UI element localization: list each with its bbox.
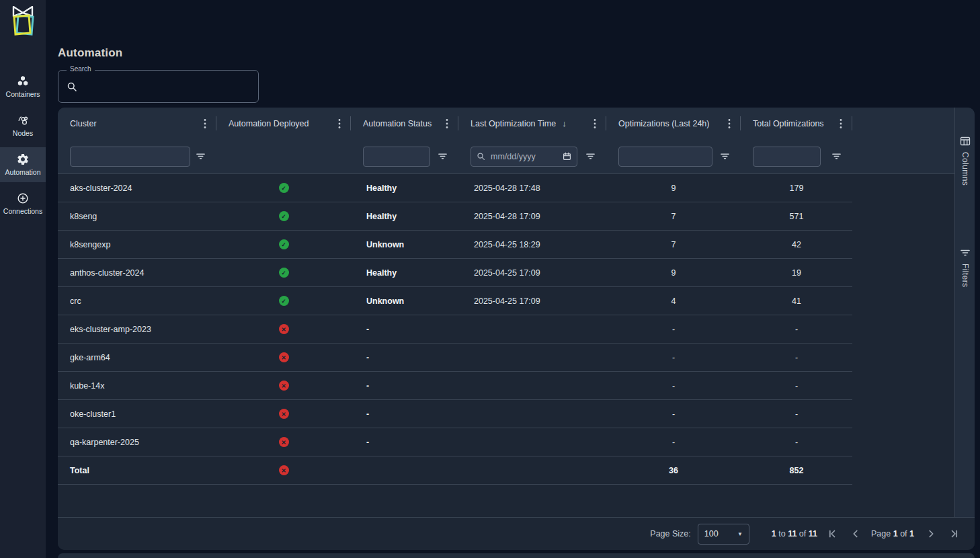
- table-card: Cluster Automation Deployed Automation S…: [58, 108, 975, 550]
- table-row[interactable]: kube-14x ✕ - - -: [58, 372, 852, 400]
- table-row[interactable]: aks-cluster-2024 ✓ Healthy 2025-04-28 17…: [58, 174, 852, 202]
- date-filter-input[interactable]: [489, 151, 559, 162]
- sort-desc-icon[interactable]: ↓: [562, 119, 567, 128]
- deployed-status-icon: ✕: [279, 409, 289, 419]
- table-row[interactable]: gke-arm64 ✕ - - -: [58, 344, 852, 372]
- column-header-optimizations-24h[interactable]: Optimizations (Last 24h): [606, 108, 741, 139]
- column-menu-icon[interactable]: [593, 117, 597, 130]
- sidebar-item-containers[interactable]: Containers: [0, 69, 46, 104]
- column-header-total-optimizations[interactable]: Total Optimizations: [741, 108, 852, 139]
- column-menu-icon[interactable]: [445, 117, 449, 130]
- status-filter-input[interactable]: [363, 147, 430, 167]
- cluster-filter-input[interactable]: [70, 147, 190, 167]
- deployed-status-icon: ✕: [279, 465, 289, 475]
- cell-last-optimization: 2025-04-28 17:48: [458, 174, 606, 202]
- column-header-cluster[interactable]: Cluster: [58, 108, 216, 139]
- cell-total-optimizations: 19: [741, 259, 852, 286]
- cell-status: -: [351, 400, 458, 428]
- next-page-button[interactable]: [924, 526, 938, 541]
- deployed-filter-cell: [216, 139, 351, 173]
- sidebar-item-connections[interactable]: Connections: [0, 186, 46, 221]
- cell-total-optimizations: -: [741, 315, 852, 343]
- cell-status: Unknown: [351, 231, 458, 258]
- table-row[interactable]: eks-cluster-amp-2023 ✕ - - -: [58, 315, 852, 344]
- containers-icon: [16, 75, 30, 88]
- cell-optimizations-24h: 36: [606, 456, 741, 484]
- deployed-status-icon: ✕: [279, 324, 289, 334]
- cell-last-optimization: [458, 456, 606, 484]
- cell-optimizations-24h: -: [606, 372, 741, 399]
- filter-icon[interactable]: [436, 150, 449, 163]
- cell-optimizations-24h: -: [606, 344, 741, 371]
- deployed-status-icon: ✓: [279, 268, 289, 278]
- deployed-status-icon: ✕: [279, 352, 289, 362]
- cell-cluster: gke-arm64: [58, 344, 216, 371]
- deployed-status-icon: ✓: [279, 211, 289, 221]
- cell-cluster: qa-karpenter-2025: [58, 428, 216, 456]
- row-range-text: 1 to 11 of 11: [772, 529, 817, 539]
- cell-status: Unknown: [351, 287, 458, 315]
- table-row[interactable]: k8seng ✓ Healthy 2025-04-28 17:09 7 571: [58, 202, 852, 231]
- table-side-panel: Columns Filters: [954, 108, 975, 517]
- cell-last-optimization: 2025-04-25 17:09: [458, 287, 606, 315]
- filter-icon[interactable]: [584, 150, 597, 163]
- cell-last-optimization: 2025-04-25 17:09: [458, 259, 606, 286]
- filter-icon[interactable]: [719, 150, 731, 163]
- nodes-icon: [16, 114, 30, 127]
- sidebar-item-automation[interactable]: Automation: [0, 147, 46, 182]
- filter-icon[interactable]: [830, 150, 843, 163]
- cell-cluster: aks-cluster-2024: [58, 174, 216, 202]
- cell-optimizations-24h: 7: [606, 202, 741, 230]
- cell-status: Healthy: [351, 259, 458, 286]
- column-menu-icon[interactable]: [337, 117, 341, 130]
- filter-icon[interactable]: [194, 150, 207, 163]
- table-body: aks-cluster-2024 ✓ Healthy 2025-04-28 17…: [58, 174, 954, 517]
- cell-total-optimizations: 852: [741, 456, 852, 484]
- cell-cluster: kube-14x: [58, 372, 216, 399]
- column-menu-icon[interactable]: [839, 117, 843, 130]
- page-size-select[interactable]: 100 ▼: [698, 524, 749, 545]
- total-optimizations-filter-input[interactable]: [753, 147, 821, 167]
- cell-cluster: anthos-cluster-2024: [58, 259, 216, 286]
- filter-icon: [960, 247, 971, 258]
- sidebar-item-label: Containers: [6, 90, 40, 98]
- column-menu-icon[interactable]: [727, 117, 731, 130]
- page-size-label: Page Size:: [650, 529, 690, 539]
- calendar-icon[interactable]: [563, 152, 571, 161]
- page-title: Automation: [58, 46, 122, 60]
- search-input[interactable]: [83, 81, 250, 92]
- cell-status: Healthy: [351, 202, 458, 230]
- prev-page-button[interactable]: [848, 526, 863, 541]
- sidebar-item-label: Nodes: [13, 129, 33, 137]
- search-field: Search: [58, 70, 259, 103]
- cell-cluster: crc: [58, 287, 216, 315]
- last-page-button[interactable]: [946, 526, 961, 541]
- column-header-last-optimization-time[interactable]: Last Optimization Time ↓: [458, 108, 606, 139]
- page-indicator: Page 1 of 1: [871, 529, 914, 539]
- deployed-status-icon: ✕: [279, 381, 289, 391]
- table-row[interactable]: crc ✓ Unknown 2025-04-25 17:09 4 41: [58, 287, 852, 315]
- sidepanel-tab-columns[interactable]: Columns: [960, 136, 971, 186]
- app-logo[interactable]: [8, 6, 38, 40]
- column-header-automation-status[interactable]: Automation Status: [351, 108, 458, 139]
- cell-optimizations-24h: -: [606, 400, 741, 428]
- pagination-bar: Page Size: 100 ▼ 1 to 11 of 11 Page 1 of…: [58, 517, 975, 550]
- table-row[interactable]: oke-cluster1 ✕ - - -: [58, 400, 852, 428]
- date-filter-field: [471, 147, 577, 167]
- column-menu-icon[interactable]: [203, 117, 207, 130]
- optimizations-filter-input[interactable]: [618, 147, 712, 167]
- table-row[interactable]: qa-karpenter-2025 ✕ - - -: [58, 428, 852, 456]
- cell-status: [351, 456, 458, 484]
- deployed-status-icon: ✓: [279, 239, 289, 249]
- table-row[interactable]: k8sengexp ✓ Unknown 2025-04-25 18:29 7 4…: [58, 231, 852, 259]
- column-header-automation-deployed[interactable]: Automation Deployed: [216, 108, 351, 139]
- cell-total-optimizations: 42: [741, 231, 852, 258]
- first-page-button[interactable]: [825, 526, 840, 541]
- cell-status: -: [351, 315, 458, 343]
- sidebar-item-label: Automation: [5, 168, 40, 176]
- sidepanel-tab-filters[interactable]: Filters: [960, 247, 971, 287]
- sidebar-item-nodes[interactable]: Nodes: [0, 108, 46, 143]
- table-header-row: Cluster Automation Deployed Automation S…: [58, 108, 954, 139]
- cell-optimizations-24h: 7: [606, 231, 741, 258]
- table-row[interactable]: anthos-cluster-2024 ✓ Healthy 2025-04-25…: [58, 259, 852, 287]
